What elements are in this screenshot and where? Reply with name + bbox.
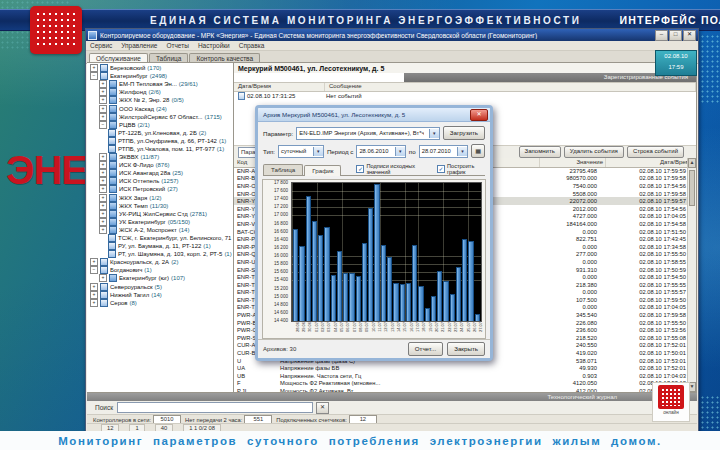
- parameter-combo[interactable]: EN-ELD.IMP Энергия (Архив, Активная+), В…: [296, 127, 439, 140]
- dialog-close-icon[interactable]: ✕: [470, 109, 488, 121]
- expand-icon[interactable]: +: [99, 80, 107, 88]
- tree-item[interactable]: +Жилфонд(2/6): [87, 88, 233, 96]
- window-titlebar[interactable]: Контролируемое оборудование - МРК «Энерг…: [86, 29, 698, 41]
- expand-icon[interactable]: +: [99, 218, 107, 226]
- dialog-status-bar: Архивов: 30 Отчет... Закрыть: [258, 339, 490, 358]
- scroll-up-icon[interactable]: ▲: [688, 158, 696, 168]
- scrollbar-thumb[interactable]: [689, 170, 695, 206]
- expand-icon[interactable]: +: [90, 299, 98, 307]
- expand-icon[interactable]: +: [99, 161, 107, 169]
- tree-item-count: (11/30): [150, 203, 169, 209]
- vertical-scrollbar[interactable]: ▲ ▼: [687, 158, 696, 392]
- expand-icon[interactable]: +: [90, 283, 98, 291]
- expand-icon[interactable]: +: [99, 169, 107, 177]
- event-row[interactable]: 02.08.10 17:31:25Нет событий: [234, 92, 696, 100]
- action-button-Запомнить[interactable]: Запомнить: [519, 146, 561, 158]
- dialog-tab-Таблица[interactable]: Таблица: [263, 164, 303, 175]
- expand-icon[interactable]: +: [99, 88, 107, 96]
- tree-item[interactable]: +Нижний Тагил(14): [87, 291, 233, 299]
- expand-icon[interactable]: +: [99, 194, 107, 202]
- table-row[interactable]: UBНапряжение. Частота сети, Гц0.90302.08…: [234, 372, 688, 380]
- menu-item-Сервис[interactable]: Сервис: [90, 42, 112, 49]
- tree-item[interactable]: +ЖСК А-2, Моспроект(14): [87, 226, 233, 234]
- table-row[interactable]: FМощность Ф2 Реактивная (мгновен...4120.…: [234, 380, 688, 388]
- expand-icon[interactable]: +: [99, 202, 107, 210]
- expand-icon[interactable]: +: [90, 258, 98, 266]
- load-button[interactable]: Загрузить: [443, 126, 485, 140]
- tree-item[interactable]: +ЖилстройСервис 67 Област...(1715): [87, 113, 233, 121]
- calendar-icon[interactable]: ▦: [471, 144, 485, 158]
- period-from-picker[interactable]: 28.06.2010 ▾: [356, 145, 405, 158]
- close-button[interactable]: ✕: [683, 30, 696, 41]
- dialog-tab-График[interactable]: График: [304, 165, 341, 176]
- tree-item[interactable]: −Богданович(1): [87, 266, 233, 274]
- period-to-picker[interactable]: 28.07.2010 ▾: [419, 145, 468, 158]
- tree-item[interactable]: +ООО Каскад(24): [87, 104, 233, 112]
- expand-icon[interactable]: +: [99, 113, 107, 121]
- collapse-icon[interactable]: −: [90, 266, 98, 274]
- events-list: 02.08.10 17:31:25Нет событий: [234, 92, 696, 100]
- tree-item[interactable]: +ЖКХ № 2, Энр. 28(0/5): [87, 96, 233, 104]
- tree-item[interactable]: РТ, ул. Шаумяна, д. 103, корп. 2, РТ-5(1…: [87, 250, 233, 258]
- tree-item[interactable]: +ЭКВВХ(11/87): [87, 153, 233, 161]
- tree-item[interactable]: +Березовский(170): [87, 64, 233, 72]
- tree-item[interactable]: +ЖКХ Заря(1/2): [87, 194, 233, 202]
- tree-item[interactable]: РТПБ, ул.Онуфриева, д. 66, РТ-142(1): [87, 137, 233, 145]
- expand-icon[interactable]: +: [99, 210, 107, 218]
- tree-item[interactable]: +ИСК Ф-Лидо(876): [87, 161, 233, 169]
- cell-value: 345.540: [534, 312, 599, 318]
- events-col-datetime[interactable]: Дата/Время: [234, 83, 325, 91]
- dialog-close-button[interactable]: Закрыть: [447, 342, 485, 356]
- tree-item[interactable]: +ИСК Авангард 28а(25): [87, 169, 233, 177]
- type-combo[interactable]: суточный ▾: [278, 145, 324, 158]
- action-button-Строка событий[interactable]: Строка событий: [627, 146, 684, 158]
- expand-icon[interactable]: +: [90, 291, 98, 299]
- tree-item[interactable]: +ЕМ-П Тепловая Эн...(29/61): [87, 80, 233, 88]
- tree-item[interactable]: +УК Екатеринбург(05/150): [87, 218, 233, 226]
- tree-item[interactable]: РТ-122Б, ул.Кленовая, д. 2Б(2): [87, 129, 233, 137]
- minimize-button[interactable]: –: [655, 30, 668, 41]
- tree-item[interactable]: +УК-РИЦ ЖилСервис Стд(2781): [87, 210, 233, 218]
- expand-icon[interactable]: +: [99, 105, 107, 113]
- menu-item-Отчеты[interactable]: Отчеты: [166, 42, 188, 49]
- expand-icon[interactable]: +: [99, 226, 107, 234]
- tree-item[interactable]: +Екатеринбург (юг)(107): [87, 274, 233, 282]
- clear-search-icon[interactable]: ✕: [316, 402, 329, 414]
- table-col-Дата/Время[interactable]: Дата/Время: [606, 158, 696, 167]
- table-row[interactable]: P.JIМощность Ф2 Активная, Вт412.00002.08…: [234, 387, 688, 392]
- table-col-Значение[interactable]: Значение: [540, 158, 606, 167]
- action-button-Удалить события[interactable]: Удалить события: [564, 146, 624, 158]
- tree-item[interactable]: +Североуральск(5): [87, 283, 233, 291]
- search-input[interactable]: [117, 402, 313, 413]
- expand-icon[interactable]: +: [99, 96, 107, 104]
- tree-item[interactable]: РТПБ, ул.Чкалова, пом. 11, РТ-977(1): [87, 145, 233, 153]
- table-row[interactable]: UAНапряжение фазы БВ49.93002.08.10 17:52…: [234, 364, 688, 372]
- expand-icon[interactable]: +: [90, 64, 98, 72]
- report-button[interactable]: Отчет...: [408, 342, 443, 356]
- checkbox-build-graph[interactable]: ✓ Построить график: [437, 163, 485, 175]
- menu-item-Управление[interactable]: Управление: [121, 42, 157, 49]
- menu-item-Настройки[interactable]: Настройки: [198, 42, 230, 49]
- expand-icon[interactable]: +: [99, 274, 107, 282]
- menu-item-Справка[interactable]: Справка: [239, 42, 265, 49]
- tree-item[interactable]: +ИСК Петровский(27): [87, 185, 233, 193]
- collapse-icon[interactable]: −: [99, 121, 107, 129]
- checkbox-source-labels[interactable]: ✓ Подписи исходных значений: [356, 163, 427, 175]
- tree-item[interactable]: РУ, ул. Баумана, д. 11, РТ-122(1): [87, 242, 233, 250]
- tree-item[interactable]: +Красноуральск, д. 2А(2): [87, 258, 233, 266]
- expand-icon[interactable]: +: [99, 153, 107, 161]
- chart-bar: [349, 273, 354, 321]
- tree-item[interactable]: +ИСК Оттепель(1257): [87, 177, 233, 185]
- expand-icon[interactable]: +: [99, 185, 107, 193]
- tree-item[interactable]: +Серов(8): [87, 299, 233, 307]
- expand-icon[interactable]: +: [99, 177, 107, 185]
- tree-item[interactable]: −РЦВВ(2/1): [87, 121, 233, 129]
- maximize-button[interactable]: □: [669, 30, 682, 41]
- dialog-titlebar[interactable]: Архив Меркурий М500461, ул. Лесотехникум…: [258, 108, 490, 122]
- collapse-icon[interactable]: −: [90, 72, 98, 80]
- tree-item[interactable]: −Екатеринбург(2498): [87, 72, 233, 80]
- tree-item[interactable]: +ЖКХ Темп(11/30): [87, 202, 233, 210]
- events-col-message[interactable]: Сообщение: [325, 83, 696, 91]
- tree-item[interactable]: ТСЖ, г. Екатеринбург, ул. Белинского, 71…: [87, 234, 233, 242]
- cell-datetime: 02.08.10 17:52:01: [599, 365, 688, 371]
